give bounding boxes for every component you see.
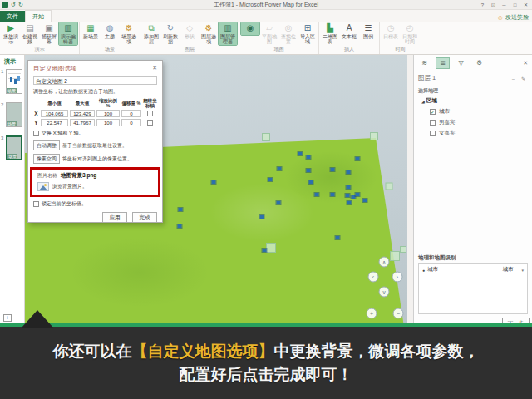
tab-home[interactable]: 开始 <box>25 10 52 22</box>
ribbon-button-图层选项[interactable]: ⚙图层选项 <box>200 22 218 45</box>
lock-coordinates-checkbox[interactable] <box>33 201 39 207</box>
ribbon-button-添加图层[interactable]: ⧉添加图层 <box>142 22 160 45</box>
scene-thumbnail[interactable]: 场景 <box>6 69 22 94</box>
tilt-down-icon[interactable]: ∨ <box>379 287 390 298</box>
geo-level-value[interactable]: 城市 <box>502 266 513 273</box>
field-checkbox[interactable]: ✓ <box>430 109 436 115</box>
tour-panel-header: 演示 <box>0 55 24 69</box>
ribbon-button-创建视频[interactable]: ▤创建视频 <box>21 22 39 45</box>
close-icon[interactable]: ✕ <box>521 1 530 9</box>
caption-bar: 你还可以在【自定义地图选项】中更换背景，微调各项参数， 配置好后点击完成即可！ <box>0 327 532 399</box>
shapes-icon: ◇ <box>186 23 193 34</box>
refresh-data-icon: ↻ <box>167 23 174 34</box>
scale-input-Y[interactable]: 100 <box>96 119 120 126</box>
add-scene-button[interactable]: + <box>3 314 12 322</box>
ribbon-button-custom-map-globe-icon[interactable]: ◉ <box>241 22 259 35</box>
max-input-Y[interactable]: 41.7967 <box>70 119 95 126</box>
ribbon-button-文本框[interactable]: A文本框 <box>340 22 358 40</box>
ribbon-button-label: 图例 <box>363 34 373 39</box>
geo-field-row-女嘉宾[interactable]: 女嘉宾 <box>418 130 528 137</box>
ribbon-button-演示编辑器[interactable]: ▥演示编辑器 <box>59 22 77 45</box>
custom-map-options-dialog: 自定义地图选项 ✕ 自定义地图 2 调整坐标，让您的数据更适合于地图。 最小值最… <box>27 60 163 223</box>
geo-field-row-城市[interactable]: ✓城市 <box>418 108 528 116</box>
rotate-left-icon[interactable]: ‹ <box>368 272 379 283</box>
ribbon-button-导入区域[interactable]: ⊞导入区域 <box>298 22 317 45</box>
ribbon-button-日程表[interactable]: ◷日程表 <box>382 22 400 40</box>
scene-thumbnail[interactable]: 场景 <box>6 135 22 160</box>
apply-button[interactable]: 应用 <box>102 212 127 223</box>
min-input-X[interactable]: 104.065 <box>41 110 68 117</box>
ribbon-button-图例[interactable]: ☰图例 <box>359 22 377 40</box>
map-corner-handle[interactable] <box>400 246 406 253</box>
field-checkbox[interactable] <box>430 120 436 126</box>
ribbon-button-日期和时间[interactable]: ◴日期和时间 <box>401 22 419 45</box>
map-name-input[interactable]: 自定义地图 2 <box>33 76 157 85</box>
ribbon-button-主题[interactable]: ◍主题 <box>101 22 119 40</box>
map-corner-handle[interactable] <box>386 183 393 190</box>
ribbon-button-形状[interactable]: ◇形状 <box>180 22 199 40</box>
scene-thumbnail[interactable]: 场景 <box>6 102 22 127</box>
settings-gear-icon[interactable]: ⚙ <box>473 58 485 68</box>
offset-input-X[interactable]: 0 <box>121 110 141 117</box>
field-list-icon[interactable]: ≣ <box>436 58 449 68</box>
new-scene-icon: ▦ <box>86 23 94 34</box>
offset-input-Y[interactable]: 0 <box>121 119 141 126</box>
ribbon-button-查找位置[interactable]: ◎查找位置 <box>279 22 298 45</box>
picture-thumbnail-icon[interactable] <box>37 182 49 191</box>
scale-input-X[interactable]: 100 <box>96 110 120 117</box>
ribbon-button-播放演示[interactable]: ▶播放演示 <box>2 22 20 45</box>
scene-item-3[interactable]: 3场景 <box>6 135 24 160</box>
layers-icon[interactable]: ≋ <box>418 58 431 68</box>
tree-root-label[interactable]: 区域 <box>426 97 437 105</box>
maximize-icon[interactable]: □ <box>510 1 520 9</box>
ribbon-button-场景选项[interactable]: ⚙场景选项 <box>120 22 138 45</box>
data-point-marker <box>347 201 352 204</box>
min-input-Y[interactable]: 22.547 <box>41 119 68 126</box>
zoom-in-icon[interactable]: + <box>367 308 377 319</box>
done-button[interactable]: 完成 <box>132 212 157 223</box>
auto-fit-button[interactable]: 自动调整 <box>33 140 60 150</box>
chevron-down-icon[interactable]: ▾ <box>521 268 524 273</box>
max-input-X[interactable]: 123.429 <box>70 110 95 117</box>
ribbon-button-捕获屏幕[interactable]: ▣捕获屏幕 <box>40 22 58 45</box>
data-point-marker <box>278 167 282 170</box>
scene-item-2[interactable]: 2场景 <box>6 102 24 127</box>
field-checkbox[interactable] <box>430 131 436 136</box>
flip-checkbox-Y[interactable] <box>147 120 153 126</box>
axis-label-Y: Y <box>33 120 39 126</box>
panel-close-icon[interactable]: ✕ <box>523 60 528 66</box>
flip-checkbox-X[interactable] <box>147 111 153 116</box>
browse-background-link[interactable]: 浏览背景图片。 <box>52 183 87 190</box>
ribbon-button-新场景[interactable]: ▦新场景 <box>81 22 100 40</box>
scene-item-1[interactable]: 1场景 <box>6 69 24 94</box>
send-smile-button[interactable]: ☺ 发送笑脸 <box>497 13 532 22</box>
data-point-marker <box>336 236 340 239</box>
tree-expand-icon[interactable]: ◢ <box>421 99 425 104</box>
map-corner-handle[interactable] <box>370 132 378 140</box>
tab-file[interactable]: 文件 <box>0 11 25 22</box>
zoom-out-icon[interactable]: − <box>393 308 404 319</box>
geo-mapping-row[interactable]: ● 城市 城市 ▾ <box>422 266 524 273</box>
dialog-close-icon[interactable]: ✕ <box>152 65 157 73</box>
ribbon-button-图层管理器[interactable]: ▥图层管理器 <box>219 22 237 45</box>
ribbon-button-二维图表[interactable]: ▙二维图表 <box>321 22 339 45</box>
layer-edit-icons[interactable]: − ✎ <box>512 76 528 81</box>
data-point-marker <box>298 152 303 155</box>
ribbon-display-icon[interactable]: ⊡ <box>489 1 498 9</box>
import-regions-icon: ⊞ <box>304 23 311 34</box>
pixel-space-button[interactable]: 像素空间 <box>33 154 60 164</box>
minimize-icon[interactable]: ─ <box>500 1 509 9</box>
map-corner-handle[interactable] <box>266 243 276 253</box>
ribbon-button-平面地图[interactable]: ▱平面地图 <box>260 22 278 45</box>
tilt-up-icon[interactable]: ∧ <box>379 257 390 268</box>
geo-field-row-男嘉宾[interactable]: 男嘉宾 <box>418 119 528 126</box>
filter-icon[interactable]: ▽ <box>455 58 467 68</box>
data-point-marker <box>179 208 183 211</box>
map-corner-handle[interactable] <box>262 133 270 141</box>
map-corner-handle[interactable] <box>390 251 400 261</box>
help-icon[interactable]: ? <box>478 1 487 9</box>
rotate-right-icon[interactable]: › <box>392 272 403 283</box>
ribbon-button-刷新数据[interactable]: ↻刷新数据 <box>161 22 180 45</box>
custom-map-globe-icon: ◉ <box>247 23 254 34</box>
swap-axes-checkbox[interactable] <box>33 131 39 136</box>
